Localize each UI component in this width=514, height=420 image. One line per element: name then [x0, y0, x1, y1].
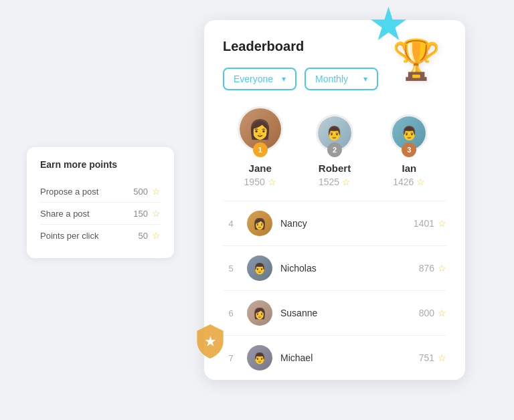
list-rank-6: 6: [223, 308, 239, 318]
earn-item-share: Share a post 150 ☆: [40, 203, 161, 225]
star-icon-ian: ☆: [416, 177, 425, 187]
leaderboard-list: 4 👩 Nancy 1401 ☆ 5 👨 Nicholas 876 ☆ 6 👩 …: [223, 201, 446, 380]
chevron-down-icon-everyone: ▾: [282, 74, 286, 84]
list-points-michael: 751 ☆: [419, 352, 446, 363]
star-icon-michael: ☆: [438, 352, 446, 363]
top3-name-jane: Jane: [249, 163, 272, 174]
filter-everyone-dropdown[interactable]: Everyone ▾: [223, 68, 296, 90]
chevron-down-icon-monthly: ▾: [363, 74, 367, 84]
list-name-nicholas: Nicholas: [280, 263, 419, 274]
earn-item-propose-points: 500: [133, 187, 148, 197]
star-icon-share: ☆: [152, 208, 161, 219]
list-avatar-susanne: 👩: [247, 300, 272, 326]
list-name-susanne: Susanne: [280, 308, 419, 318]
list-rank-5: 5: [223, 264, 239, 274]
list-item-rank7: 7 👨 Michael 751 ☆: [223, 336, 446, 380]
top3-item-rank2: 👨 2 Robert 1525 ☆: [297, 114, 371, 187]
list-item-rank4: 4 👩 Nancy 1401 ☆: [223, 201, 446, 246]
rank-badge-3: 3: [402, 142, 416, 157]
list-name-michael: Michael: [280, 352, 419, 363]
list-points-nancy: 1401 ☆: [414, 218, 446, 229]
avatar-container-jane: 👩 1: [238, 106, 283, 152]
earn-item-share-label: Share a post: [40, 209, 90, 219]
decorative-trophy: 🏆: [392, 37, 440, 82]
svg-text:★: ★: [205, 335, 216, 348]
star-icon-nicholas: ☆: [438, 263, 446, 274]
filter-monthly-label: Monthly: [315, 74, 348, 84]
list-item-rank5: 5 👨 Nicholas 876 ☆: [223, 246, 446, 291]
top3-item-rank3: 👨 3 Ian 1426 ☆: [372, 114, 446, 187]
filter-everyone-label: Everyone: [234, 74, 273, 84]
list-rank-4: 4: [223, 219, 239, 229]
list-points-susanne: 800 ☆: [419, 308, 446, 318]
avatar-container-ian: 👨 3: [390, 114, 428, 152]
list-item-rank6: 6 👩 Susanne 800 ☆: [223, 291, 446, 336]
filter-monthly-dropdown[interactable]: Monthly ▾: [305, 68, 378, 90]
star-icon-click: ☆: [152, 230, 161, 241]
list-points-nicholas: 876 ☆: [419, 263, 446, 274]
star-icon-nancy: ☆: [438, 218, 446, 229]
top3-name-ian: Ian: [402, 163, 416, 174]
top3-item-rank1: 👩 1 Jane 1950 ☆: [223, 106, 297, 187]
top3-points-robert: 1525 ☆: [319, 177, 351, 187]
star-icon-propose: ☆: [152, 186, 161, 197]
top3-points-ian: 1426 ☆: [393, 177, 425, 187]
earn-item-click-label: Points per click: [40, 231, 98, 241]
top3-name-robert: Robert: [319, 163, 351, 174]
list-avatar-nancy: 👩: [247, 211, 272, 236]
top3-points-jane: 1950 ☆: [244, 177, 276, 187]
earn-item-share-points: 150: [133, 209, 148, 219]
list-avatar-nicholas: 👨: [247, 255, 272, 281]
list-name-nancy: Nancy: [280, 218, 414, 229]
earn-points-card: Earn more points Propose a post 500 ☆ Sh…: [27, 147, 174, 258]
earn-item-click: Points per click 50 ☆: [40, 225, 161, 246]
rank-badge-2: 2: [327, 142, 342, 157]
star-icon-susanne: ☆: [438, 308, 446, 318]
earn-card-title: Earn more points: [40, 159, 161, 170]
rank-badge-1: 1: [253, 142, 268, 157]
list-avatar-michael: 👨: [247, 345, 272, 371]
decorative-badge: ★: [194, 323, 226, 360]
avatar-container-robert: 👨 2: [316, 114, 353, 152]
top3-podium: 👩 1 Jane 1950 ☆ 👨 2 Robert 1525 ☆: [223, 106, 446, 187]
earn-item-propose-label: Propose a post: [40, 187, 98, 197]
earn-item-propose: Propose a post 500 ☆: [40, 181, 161, 203]
earn-item-click-points: 50: [139, 231, 148, 241]
star-icon-robert: ☆: [342, 177, 351, 187]
star-icon-jane: ☆: [268, 177, 276, 187]
